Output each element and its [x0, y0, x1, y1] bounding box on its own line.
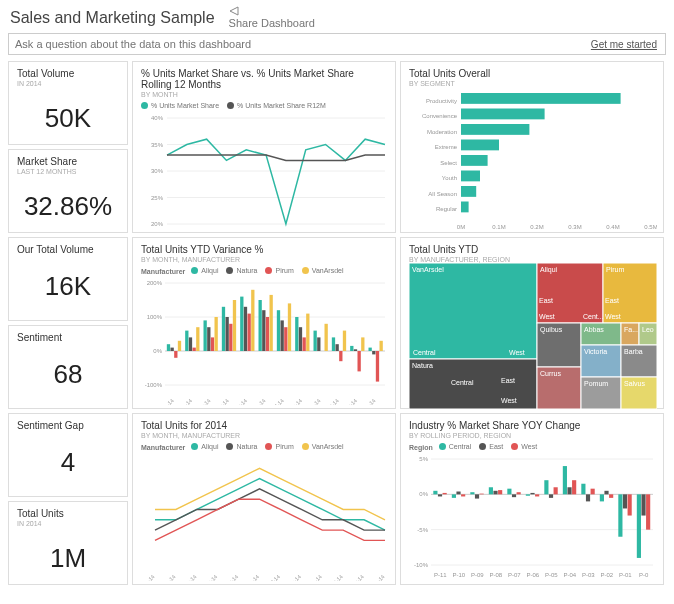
- svg-text:5%: 5%: [419, 456, 428, 462]
- kpi-our-total-volume[interactable]: Our Total Volume 16K: [8, 237, 128, 321]
- svg-rect-174: [461, 494, 465, 496]
- svg-rect-69: [229, 324, 232, 351]
- svg-rect-107: [369, 348, 372, 351]
- svg-text:P-11: P-11: [434, 572, 447, 578]
- svg-rect-197: [567, 487, 571, 494]
- chart-ytd-variance[interactable]: Total Units YTD Variance % BY MONTH, MAN…: [132, 237, 396, 409]
- svg-rect-202: [591, 489, 595, 495]
- svg-rect-114: [409, 359, 537, 409]
- svg-rect-24: [461, 109, 545, 120]
- kpi-total-volume[interactable]: Total Volume IN 2014 50K: [8, 61, 128, 145]
- chart-total-units-ytd-treemap[interactable]: Total Units YTD BY MANUFACTURER, REGION …: [400, 237, 664, 409]
- svg-rect-68: [226, 317, 229, 351]
- svg-rect-169: [438, 494, 442, 496]
- svg-text:P-02: P-02: [600, 572, 613, 578]
- svg-text:Youth: Youth: [442, 175, 457, 181]
- svg-rect-84: [284, 327, 287, 351]
- svg-text:P-0: P-0: [639, 572, 649, 578]
- svg-text:Moderation: Moderation: [427, 129, 457, 135]
- svg-rect-132: [621, 345, 657, 377]
- svg-rect-204: [600, 494, 604, 501]
- svg-rect-100: [343, 331, 346, 351]
- svg-rect-64: [211, 337, 214, 351]
- kpi-sentiment[interactable]: Sentiment 68: [8, 325, 128, 409]
- svg-text:100%: 100%: [147, 314, 163, 320]
- svg-rect-53: [171, 348, 174, 351]
- svg-rect-196: [563, 466, 567, 494]
- svg-rect-182: [498, 490, 502, 494]
- svg-rect-193: [549, 494, 553, 498]
- svg-rect-74: [248, 314, 251, 351]
- svg-text:0M: 0M: [457, 224, 465, 230]
- svg-text:Dec-14: Dec-14: [369, 573, 386, 581]
- svg-rect-200: [581, 484, 585, 495]
- svg-rect-213: [641, 494, 645, 515]
- chart-yoy-change[interactable]: Industry % Market Share YOY Change BY RO…: [400, 413, 664, 585]
- svg-text:Mar-14: Mar-14: [195, 397, 212, 405]
- kpi-sentiment-gap[interactable]: Sentiment Gap 4: [8, 413, 128, 497]
- share-dashboard-button[interactable]: Share Dashboard: [229, 6, 315, 29]
- svg-rect-177: [475, 494, 479, 498]
- svg-text:Sep-14: Sep-14: [305, 397, 322, 405]
- svg-rect-116: [537, 263, 603, 323]
- svg-rect-59: [193, 348, 196, 351]
- chart-total-units-overall[interactable]: Total Units Overall BY SEGMENT Productiv…: [400, 61, 664, 233]
- svg-text:P-05: P-05: [545, 572, 558, 578]
- svg-text:P-07: P-07: [508, 572, 521, 578]
- svg-rect-170: [443, 493, 447, 494]
- svg-text:35%: 35%: [151, 142, 164, 148]
- svg-text:P-03: P-03: [582, 572, 595, 578]
- svg-text:200%: 200%: [147, 280, 163, 286]
- legend: RegionCentralEastWest: [409, 443, 655, 451]
- svg-rect-186: [517, 492, 521, 494]
- svg-text:-100%: -100%: [145, 382, 163, 388]
- svg-rect-201: [586, 494, 590, 501]
- svg-rect-205: [604, 491, 608, 495]
- svg-rect-32: [461, 171, 480, 182]
- svg-rect-89: [303, 337, 306, 351]
- svg-text:P-06: P-06: [526, 572, 539, 578]
- svg-rect-190: [535, 494, 539, 496]
- chart-market-share-line[interactable]: % Units Market Share vs. % Units Market …: [132, 61, 396, 233]
- svg-rect-83: [281, 320, 284, 351]
- svg-rect-80: [270, 295, 273, 351]
- legend: ManufacturerAliquiNaturaPirumVanArsdel: [141, 443, 387, 451]
- svg-text:Jan-14: Jan-14: [159, 397, 175, 405]
- svg-text:P-10: P-10: [452, 572, 465, 578]
- svg-rect-208: [618, 494, 622, 536]
- svg-text:Apr-14: Apr-14: [214, 397, 230, 405]
- svg-text:Jun-14: Jun-14: [250, 397, 266, 405]
- svg-text:P-01: P-01: [619, 572, 632, 578]
- svg-rect-198: [572, 480, 576, 494]
- svg-rect-173: [456, 492, 460, 495]
- svg-text:Jul-14: Jul-14: [266, 573, 281, 581]
- svg-rect-82: [277, 310, 280, 351]
- svg-rect-112: [409, 263, 537, 359]
- kpi-total-units[interactable]: Total Units IN 2014 1M: [8, 501, 128, 585]
- qna-input[interactable]: [9, 34, 583, 54]
- svg-text:30%: 30%: [151, 168, 164, 174]
- kpi-market-share[interactable]: Market Share LAST 12 MONTHS 32.86%: [8, 149, 128, 233]
- svg-rect-73: [244, 307, 247, 351]
- svg-text:Aug-14: Aug-14: [285, 573, 302, 581]
- svg-rect-52: [167, 344, 170, 351]
- svg-rect-172: [452, 494, 456, 498]
- svg-rect-67: [222, 307, 225, 351]
- svg-text:0.2M: 0.2M: [530, 224, 543, 230]
- get-me-started-link[interactable]: Get me started: [583, 39, 665, 50]
- page-title: Sales and Marketing Sample: [10, 9, 215, 27]
- svg-rect-65: [215, 317, 218, 351]
- svg-text:Jul-14: Jul-14: [270, 397, 285, 405]
- svg-text:Select: Select: [440, 160, 457, 166]
- svg-rect-30: [461, 155, 488, 166]
- svg-rect-134: [581, 377, 621, 409]
- svg-text:0%: 0%: [153, 348, 162, 354]
- svg-rect-209: [623, 494, 627, 508]
- svg-rect-72: [240, 297, 243, 351]
- svg-text:0.3M: 0.3M: [568, 224, 581, 230]
- svg-text:Sep-14: Sep-14: [306, 573, 323, 581]
- chart-total-units-2014-lines[interactable]: Total Units for 2014 BY MONTH, MANUFACTU…: [132, 413, 396, 585]
- svg-rect-60: [196, 327, 199, 351]
- svg-text:Apr-14: Apr-14: [203, 573, 219, 581]
- svg-rect-77: [259, 300, 262, 351]
